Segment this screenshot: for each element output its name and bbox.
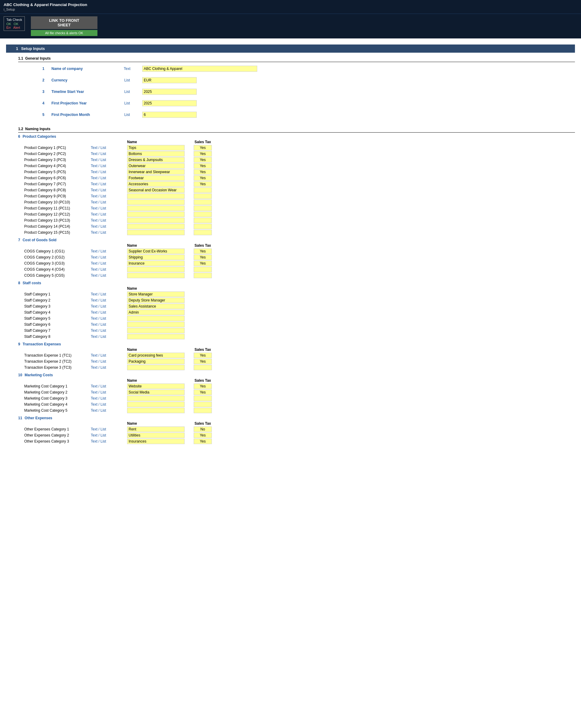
item-name-input[interactable] <box>127 267 185 272</box>
col-header-type <box>91 421 127 425</box>
row-num: 3 <box>42 89 51 94</box>
item-label: COGS Category 5 (CG5) <box>24 274 91 278</box>
item-tax-input[interactable] <box>194 261 212 266</box>
item-name-input[interactable] <box>127 310 185 315</box>
item-name-input[interactable] <box>127 408 185 413</box>
item-tax-input[interactable] <box>194 218 212 223</box>
item-name-input[interactable] <box>127 273 185 278</box>
item-name-input[interactable] <box>127 390 185 395</box>
item-name-input[interactable] <box>127 151 185 156</box>
toolbar: Tab Check OK OK Err Alert LINK TO FRONT … <box>0 14 581 38</box>
category-item-row: Product Category 5 (PC5) Text / List <box>24 169 575 175</box>
item-tax-input[interactable] <box>194 212 212 217</box>
item-name-input[interactable] <box>127 291 185 297</box>
col-header-label <box>24 421 91 425</box>
item-tax-input[interactable] <box>194 169 212 175</box>
item-name-input[interactable] <box>127 297 185 303</box>
item-name-input[interactable] <box>127 402 185 407</box>
item-name-input[interactable] <box>127 163 185 168</box>
item-name-input[interactable] <box>127 206 185 211</box>
staff-item-row: Staff Category 4 Text / List <box>24 309 575 315</box>
all-checks-ok-button[interactable]: All file checks & alerts OK <box>31 30 98 36</box>
item-tax-input[interactable] <box>194 255 212 260</box>
item-tax-input[interactable] <box>194 200 212 205</box>
item-tax-input[interactable] <box>194 439 212 444</box>
item-name-input[interactable] <box>127 426 185 432</box>
item-type: Text / List <box>91 146 127 150</box>
item-name-input[interactable] <box>127 396 185 401</box>
row-type: List <box>112 101 142 105</box>
item-name-input[interactable] <box>127 212 185 217</box>
item-tax-input[interactable] <box>194 206 212 211</box>
item-name-input[interactable] <box>127 181 185 187</box>
item-tax-input[interactable] <box>194 267 212 272</box>
item-name-input[interactable] <box>127 304 185 309</box>
row-input[interactable] <box>142 112 197 118</box>
item-tax-input[interactable] <box>194 390 212 395</box>
row-input[interactable] <box>142 100 197 106</box>
item-tax-input[interactable] <box>194 384 212 389</box>
item-name-input[interactable] <box>127 187 185 193</box>
item-name-input[interactable] <box>127 334 185 339</box>
row-input[interactable] <box>142 77 197 83</box>
item-name-input[interactable] <box>127 384 185 389</box>
link-to-front-sheet-button[interactable]: LINK TO FRONT SHEET <box>31 16 98 29</box>
item-name-input[interactable] <box>127 224 185 229</box>
section-num: 6 <box>18 134 20 139</box>
item-name-input[interactable] <box>127 175 185 181</box>
item-name-input[interactable] <box>127 255 185 260</box>
item-tax-input[interactable] <box>194 163 212 168</box>
item-name-input[interactable] <box>127 439 185 444</box>
item-name-input[interactable] <box>127 316 185 321</box>
item-label: Product Category 15 (PC15) <box>24 230 91 235</box>
item-tax-input[interactable] <box>194 365 212 370</box>
item-name-input[interactable] <box>127 322 185 327</box>
item-name-input[interactable] <box>127 365 185 370</box>
item-label: COGS Category 4 (CG4) <box>24 267 91 271</box>
item-tax-input[interactable] <box>194 175 212 181</box>
item-name-input[interactable] <box>127 218 185 223</box>
item-name-input[interactable] <box>127 145 185 151</box>
item-tax-input[interactable] <box>194 181 212 187</box>
row-input[interactable] <box>142 66 257 72</box>
item-tax-input[interactable] <box>194 157 212 162</box>
item-name-input[interactable] <box>127 433 185 438</box>
item-label: Transaction Expense 1 (TC1) <box>24 353 91 358</box>
row-num: 1 <box>42 67 51 71</box>
item-label: Marketing Cost Category 4 <box>24 402 91 407</box>
item-tax-input[interactable] <box>194 273 212 278</box>
item-tax-input[interactable] <box>194 145 212 151</box>
item-tax-input[interactable] <box>194 151 212 156</box>
item-name-input[interactable] <box>127 157 185 162</box>
col-header-label <box>24 140 91 144</box>
item-tax-input[interactable] <box>194 353 212 358</box>
category-item-row: COGS Category 5 (CG5) Text / List <box>24 272 575 279</box>
item-tax-input[interactable] <box>194 224 212 229</box>
item-name-input[interactable] <box>127 261 185 266</box>
item-name-input[interactable] <box>127 359 185 364</box>
item-tax-input[interactable] <box>194 187 212 193</box>
staff-item-row: Staff Category 2 Text / List <box>24 297 575 303</box>
item-tax-input[interactable] <box>194 193 212 199</box>
item-tax-input[interactable] <box>194 402 212 407</box>
item-name-input[interactable] <box>127 353 185 358</box>
item-tax-input[interactable] <box>194 426 212 432</box>
item-name-input[interactable] <box>127 230 185 235</box>
item-tax-input[interactable] <box>194 408 212 413</box>
item-tax-input[interactable] <box>194 396 212 401</box>
item-label: Other Expenses Category 1 <box>24 427 91 431</box>
item-name-input[interactable] <box>127 169 185 175</box>
item-tax-input[interactable] <box>194 249 212 254</box>
item-name-input[interactable] <box>127 249 185 254</box>
item-name-input[interactable] <box>127 200 185 205</box>
item-tax-input[interactable] <box>194 230 212 235</box>
row-input[interactable] <box>142 89 197 95</box>
row-label: First Projection Year <box>51 101 112 105</box>
item-name-input[interactable] <box>127 193 185 199</box>
category-item-row: COGS Category 2 (CG2) Text / List <box>24 254 575 260</box>
item-type: Text / List <box>91 298 127 303</box>
item-tax-input[interactable] <box>194 359 212 364</box>
item-tax-input[interactable] <box>194 433 212 438</box>
item-type: Text / List <box>91 433 127 437</box>
item-name-input[interactable] <box>127 328 185 333</box>
